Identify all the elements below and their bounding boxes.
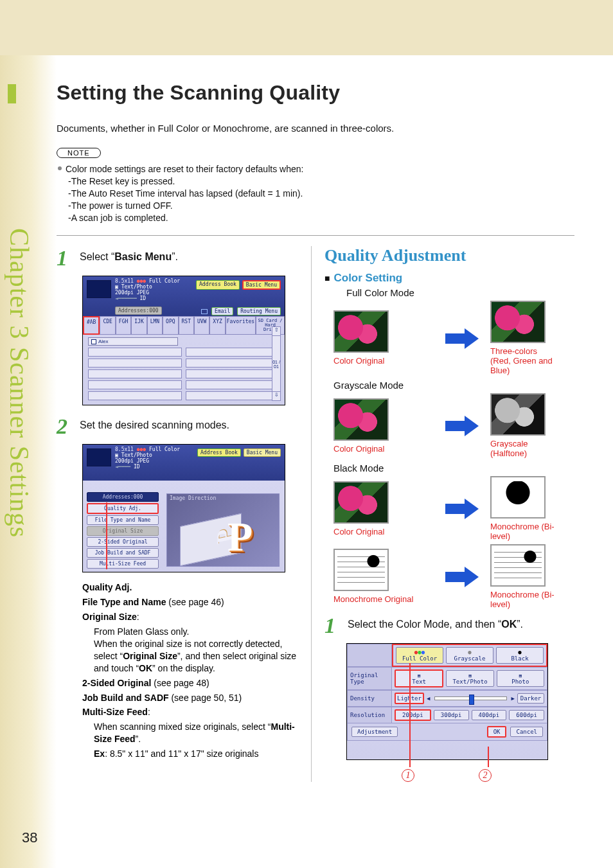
ss3-header-row: ●●●Full Color ●Grayscale ●Black [347,644,547,667]
step-number-1: 1 [57,246,80,270]
full-color-label: Full Color Mode [346,287,567,298]
bullet-icon [58,166,62,170]
cell-300dpi[interactable]: 300dpi [434,710,469,720]
scrollbar[interactable]: ⇧ 01 / 01 ⇩ [272,326,281,401]
ss1-top-buttons: Address Book Basic Menu [196,280,281,290]
def-multisize: When scanning mixed size originals, sele… [94,721,299,745]
red-callout-line [106,502,107,569]
address-book-button[interactable]: Address Book [196,280,240,290]
menu-multisize[interactable]: Multi-Size Feed [87,559,159,569]
step-2-row: 2 Set the desired scanning modes. [57,414,299,439]
side-chapter-label: Chapter 3 Scanner Settings [4,228,35,540]
ok-button[interactable]: OK [487,726,507,738]
right-step-number-1: 1 [324,614,348,638]
caption-color-original: Color Original [333,445,436,454]
list-item[interactable] [186,391,280,400]
tab-ab[interactable]: #AB [83,316,100,335]
menu-addresses[interactable]: Addresses:000 [87,492,159,502]
tab-ijk[interactable]: IJK [131,316,147,335]
tab-uvw[interactable]: UVW [194,316,209,335]
circle-number-row: 1 2 [402,769,567,782]
mode-full-color[interactable]: ●●●Full Color [396,647,443,664]
step-1-row: 1 Select “Basic Menu”. [57,246,299,270]
cell-photo[interactable]: ▤Photo [497,670,544,687]
list-item[interactable] [88,359,182,368]
red-callout-line-2 [488,747,489,767]
tab-rst[interactable]: RST [179,316,194,335]
email-button[interactable]: Email [211,307,233,315]
scroll-up-icon[interactable]: ⇧ [272,327,280,336]
quality-adjustment-heading: Quality Adjustment [324,246,567,265]
list-item[interactable] [186,359,280,368]
list-item[interactable] [88,369,182,378]
list-item[interactable] [186,369,280,378]
menu-job-build[interactable]: Job Build and SADF [87,548,159,558]
list-item[interactable] [186,348,280,357]
cell-200dpi[interactable]: 200dpi [395,709,431,721]
ss3-density-row: Density Lighter ◀ ▶ Darker [347,690,547,707]
menu-2sided[interactable]: 2-Sided Original [87,537,159,547]
cell-textphoto[interactable]: ▤Text/Photo [446,670,493,687]
ss2-format-info: 8.5x11 ●●● Full Color ▣ Text/Photo 200dp… [115,447,180,470]
arrow-right-icon: ▶ [511,695,515,702]
tab-opq[interactable]: OPQ [163,316,178,335]
list-item[interactable] [186,380,280,389]
menu-file-type[interactable]: File Type and Name [87,515,159,525]
black-label: Black Mode [333,463,567,474]
screenshot-basic-menu: 8.5x11 ●●● Full Color ▣ Text/Photo 200dp… [82,276,285,405]
list-item[interactable] [88,348,182,357]
scroll-label: 01 / 01 [272,360,280,369]
cell-400dpi[interactable]: 400dpi [472,710,507,720]
ss1-topstrip: 8.5x11 ●●● Full Color ▣ Text/Photo 200dp… [83,276,285,316]
def-jobbuild: Job Build and SADF [82,693,169,703]
ss1-format-info: 8.5x11 ●●● Full Color ▣ Text/Photo 200dp… [115,279,180,301]
screenshot-scan-modes: 8.5x11 ●●● Full Color ▣ Text/Photo 200dp… [82,444,285,572]
step-number-2: 2 [57,414,80,439]
density-slider[interactable] [434,696,506,700]
addresses-pill[interactable]: Addresses:000 [115,306,162,315]
note-item: -A scan job is completed. [58,212,574,224]
cell-600dpi[interactable]: 600dpi [509,710,544,720]
definitions-list: Quality Adj. File Type and Name (see pag… [82,581,299,760]
cell-text[interactable]: ▤Text [395,669,443,687]
list-item[interactable] [88,391,182,400]
note-bullet-text: Color mode settings are reset to their f… [66,164,303,174]
tab-favorites[interactable]: Favorites [226,316,256,335]
entry-alex[interactable]: Alex [88,337,178,346]
cell-darker[interactable]: Darker [517,693,544,704]
address-book-button[interactable]: Address Book [197,448,241,457]
cancel-button[interactable]: Cancel [510,727,543,737]
grayscale-label: Grayscale Mode [333,380,567,391]
thumb-three-colors [490,301,546,343]
basic-menu-button[interactable]: Basic Menu [244,448,281,457]
routing-menu-button[interactable]: Routing Menu [237,307,281,315]
list-item[interactable] [88,380,182,389]
arrow-icon [445,568,481,586]
tab-fgh[interactable]: FGH [116,316,131,335]
divider [57,235,574,236]
menu-quality-adj[interactable]: Quality Adj. [87,503,159,514]
mode-grayscale[interactable]: ●Grayscale [446,647,493,664]
arrow-icon [445,417,481,435]
adjustment-button[interactable]: Adjustment [351,727,398,737]
basic-menu-button[interactable]: Basic Menu [242,280,281,290]
menu-original-size[interactable]: Original Size [87,526,159,536]
caption-mono-original: Monochrome Original [333,595,436,605]
red-callout-line-1 [409,663,411,767]
tab-cde[interactable]: CDE [100,316,115,335]
mode-black[interactable]: ●Black [496,647,544,664]
circle-2: 2 [479,769,492,782]
tab-xyz[interactable]: XYZ [209,316,225,335]
envelope-icon [201,309,208,314]
thumb-color-original [333,481,389,524]
color-setting-heading: ■Color Setting [324,272,567,285]
circle-1: 1 [402,769,414,782]
scroll-down-icon[interactable]: ⇩ [272,391,280,400]
tab-lmn[interactable]: LMN [147,316,163,335]
side-chapter-text: Chapter 3 Scanner Settings [4,228,35,538]
ss2-preview: Image Direction P P [166,493,280,567]
caption-three-colors: Three-colors (Red, Green and Blue) [490,347,555,376]
def-quality: Quality Adj. [82,582,132,592]
black-mode-block: Black Mode Color Original Monochrome (Bi… [324,463,567,610]
ss2-topstrip: 8.5x11 ●●● Full Color ▣ Text/Photo 200dp… [83,445,285,481]
